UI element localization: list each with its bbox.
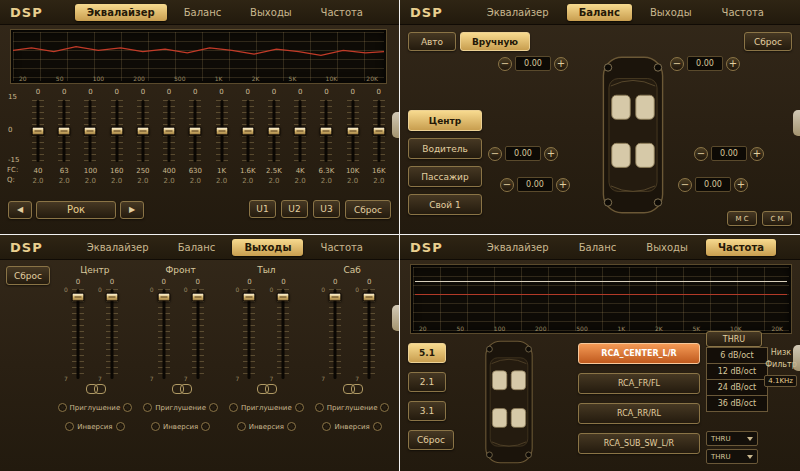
mute-left-toggle[interactable] xyxy=(315,403,324,412)
slider-thumb[interactable] xyxy=(163,127,176,136)
invert-right-toggle[interactable] xyxy=(116,422,125,431)
edge-handle[interactable] xyxy=(793,110,800,136)
filter-mode-select-2[interactable]: THRU xyxy=(706,449,758,464)
channel-level-slider[interactable]: 0 7 xyxy=(328,287,342,381)
tab-outputs[interactable]: Выходы xyxy=(232,239,303,256)
gain-minus-button[interactable]: − xyxy=(488,147,502,161)
invert-left-toggle[interactable] xyxy=(151,422,160,431)
gain-minus-button[interactable]: − xyxy=(498,57,512,71)
tab-equalizer[interactable]: Эквалайзер xyxy=(75,239,161,256)
band-gain-slider[interactable] xyxy=(57,98,71,164)
mc-button[interactable]: M C xyxy=(727,211,757,226)
slider-thumb[interactable] xyxy=(277,293,290,302)
slope-selected-value[interactable]: THRU xyxy=(706,331,762,347)
slider-thumb[interactable] xyxy=(110,127,123,136)
mute-left-toggle[interactable] xyxy=(58,403,67,412)
slider-thumb[interactable] xyxy=(71,293,84,302)
config-5-1-button[interactable]: 5.1 xyxy=(408,343,446,363)
slider-thumb[interactable] xyxy=(32,127,45,136)
mute-left-toggle[interactable] xyxy=(143,403,152,412)
band-gain-slider[interactable] xyxy=(372,98,386,164)
band-gain-slider[interactable] xyxy=(136,98,150,164)
gain-plus-button[interactable]: + xyxy=(726,57,740,71)
band-gain-slider[interactable] xyxy=(83,98,97,164)
band-gain-slider[interactable] xyxy=(267,98,281,164)
mute-right-toggle[interactable] xyxy=(209,403,218,412)
slope-option[interactable]: 12 dB/oct xyxy=(706,363,768,380)
mute-right-toggle[interactable] xyxy=(123,403,132,412)
preset-prev-button[interactable]: ◀ xyxy=(8,201,32,219)
mute-right-toggle[interactable] xyxy=(295,403,304,412)
slider-thumb[interactable] xyxy=(372,127,385,136)
band-gain-slider[interactable] xyxy=(319,98,333,164)
gain-plus-button[interactable]: + xyxy=(556,178,570,192)
tab-frequency[interactable]: Частота xyxy=(309,4,375,21)
slider-thumb[interactable] xyxy=(84,127,97,136)
slider-thumb[interactable] xyxy=(294,127,307,136)
config-3-1-button[interactable]: 3.1 xyxy=(408,401,446,421)
slider-thumb[interactable] xyxy=(136,127,149,136)
band-gain-slider[interactable] xyxy=(188,98,202,164)
tab-outputs[interactable]: Выходы xyxy=(638,4,704,21)
tab-frequency[interactable]: Частота xyxy=(309,239,375,256)
band-gain-slider[interactable] xyxy=(162,98,176,164)
invert-left-toggle[interactable] xyxy=(65,422,74,431)
band-gain-slider[interactable] xyxy=(31,98,45,164)
filter-mode-select-1[interactable]: THRU xyxy=(706,431,758,446)
link-channels-icon[interactable] xyxy=(257,384,275,393)
link-channels-icon[interactable] xyxy=(86,384,104,393)
edge-handle[interactable] xyxy=(392,305,399,331)
edge-handle[interactable] xyxy=(793,345,800,371)
mute-left-toggle[interactable] xyxy=(229,403,238,412)
preset-name[interactable]: Рок xyxy=(36,201,116,219)
config-2-1-button[interactable]: 2.1 xyxy=(408,372,446,392)
gain-minus-button[interactable]: − xyxy=(670,57,684,71)
slider-thumb[interactable] xyxy=(105,293,118,302)
tab-balance[interactable]: Баланс xyxy=(172,4,234,21)
memory-u1-button[interactable]: U1 xyxy=(249,200,276,218)
tab-equalizer[interactable]: Эквалайзер xyxy=(475,4,561,21)
channel-level-slider[interactable]: 0 7 xyxy=(105,287,119,381)
slider-thumb[interactable] xyxy=(267,127,280,136)
channel-level-slider[interactable]: 0 7 xyxy=(362,287,376,381)
gain-plus-button[interactable]: + xyxy=(554,57,568,71)
slider-thumb[interactable] xyxy=(346,127,359,136)
band-gain-slider[interactable] xyxy=(241,98,255,164)
gain-plus-button[interactable]: + xyxy=(544,147,558,161)
preset-next-button[interactable]: ▶ xyxy=(120,201,144,219)
slider-thumb[interactable] xyxy=(320,127,333,136)
rca-center-button[interactable]: RCA_CENTER_L/R xyxy=(578,343,700,364)
rca-front-button[interactable]: RCA_FR/FL xyxy=(578,373,700,394)
invert-left-toggle[interactable] xyxy=(322,422,331,431)
gain-minus-button[interactable]: − xyxy=(694,147,708,161)
tab-balance[interactable]: Баланс xyxy=(166,239,228,256)
mute-right-toggle[interactable] xyxy=(380,403,389,412)
slider-thumb[interactable] xyxy=(189,127,202,136)
tab-frequency[interactable]: Частота xyxy=(710,4,776,21)
tab-outputs[interactable]: Выходы xyxy=(238,4,304,21)
rca-sub-button[interactable]: RCA_SUB_SW_L/R xyxy=(578,433,700,454)
channel-level-slider[interactable]: 0 7 xyxy=(71,287,85,381)
cm-button[interactable]: C M xyxy=(762,211,792,226)
tab-balance[interactable]: Баланс xyxy=(567,4,632,21)
eq-reset-button[interactable]: Сброс xyxy=(345,200,391,219)
gain-plus-button[interactable]: + xyxy=(750,147,764,161)
slope-option[interactable]: 36 dB/oct xyxy=(706,395,768,412)
slider-thumb[interactable] xyxy=(215,127,228,136)
tab-equalizer[interactable]: Эквалайзер xyxy=(475,239,561,256)
memory-u3-button[interactable]: U3 xyxy=(313,200,340,218)
band-gain-slider[interactable] xyxy=(346,98,360,164)
outputs-reset-button[interactable]: Сброс xyxy=(6,266,50,285)
link-channels-icon[interactable] xyxy=(343,384,361,393)
channel-level-slider[interactable]: 0 7 xyxy=(276,287,290,381)
band-gain-slider[interactable] xyxy=(110,98,124,164)
channel-level-slider[interactable]: 0 7 xyxy=(191,287,205,381)
slope-option[interactable]: 6 dB/oct xyxy=(706,347,768,364)
gain-minus-button[interactable]: − xyxy=(678,178,692,192)
slider-thumb[interactable] xyxy=(191,293,204,302)
channel-level-slider[interactable]: 0 7 xyxy=(242,287,256,381)
rca-rear-button[interactable]: RCA_RR/RL xyxy=(578,403,700,424)
tab-equalizer[interactable]: Эквалайзер xyxy=(75,4,167,21)
slider-thumb[interactable] xyxy=(363,293,376,302)
gain-minus-button[interactable]: − xyxy=(500,178,514,192)
